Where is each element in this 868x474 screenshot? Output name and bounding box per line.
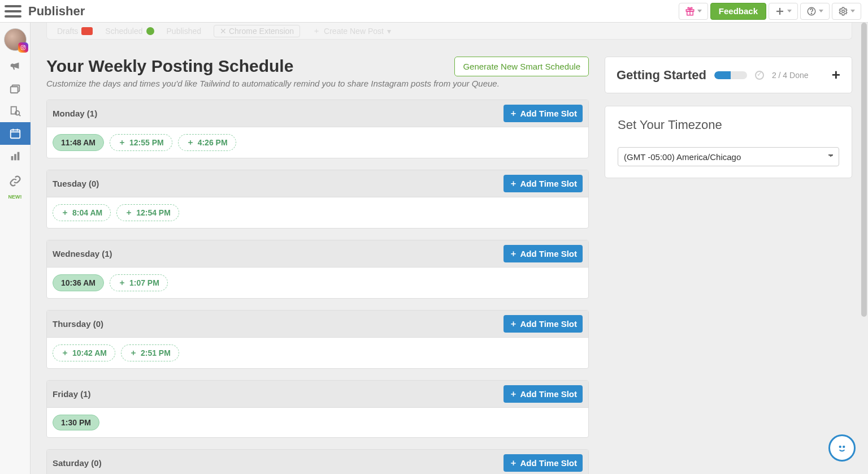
svg-point-10 — [24, 46, 24, 46]
time-slot-suggested[interactable]: ＋1:07 PM — [110, 274, 168, 291]
svg-rect-25 — [17, 152, 19, 160]
account-avatar[interactable] — [4, 28, 27, 51]
chevron-down-icon — [787, 10, 792, 12]
plus-icon: ＋ — [509, 458, 518, 468]
time-slot-time: 2:51 PM — [141, 348, 171, 357]
day-block: Thursday (0)＋Add Time Slot＋10:42 AM＋2:51… — [46, 310, 589, 369]
topbar-actions: Feedback — [679, 3, 861, 20]
plus-icon: ＋ — [129, 348, 137, 358]
day-block: Tuesday (0)＋Add Time Slot＋8:04 AM＋12:54 … — [46, 170, 589, 229]
progress-bar — [714, 71, 747, 79]
image-stack-icon — [9, 82, 21, 94]
time-slot-suggested[interactable]: ＋4:26 PM — [178, 134, 236, 151]
slot-row: 10:36 AM＋1:07 PM — [47, 268, 588, 298]
svg-point-9 — [22, 46, 24, 48]
day-title: Thursday (0) — [53, 319, 103, 329]
plus-icon: ＋ — [61, 208, 69, 218]
slot-row: ＋8:04 AM＋12:54 PM — [47, 197, 588, 228]
hamburger-menu[interactable] — [5, 3, 21, 20]
left-rail: NEW! — [0, 23, 31, 474]
content-scroll[interactable]: Drafts Scheduled Published ✕ Chrome Exte… — [31, 23, 868, 474]
help-chat-bubble[interactable] — [828, 434, 856, 462]
rail-publisher[interactable] — [0, 54, 31, 77]
time-slot-suggested[interactable]: ＋10:42 AM — [53, 344, 115, 361]
plus-icon: ＋ — [509, 389, 518, 399]
getting-started-count: 2 / 4 Done — [772, 71, 809, 80]
time-slot-suggested[interactable]: ＋12:55 PM — [110, 134, 172, 151]
tab-chrome-extension[interactable]: ✕ Chrome Extension — [214, 25, 300, 37]
day-block: Monday (1)＋Add Time Slot11:48 AM＋12:55 P… — [46, 100, 589, 158]
tab-drafts[interactable]: Drafts — [57, 27, 93, 36]
gift-button[interactable] — [679, 3, 708, 20]
day-title: Tuesday (0) — [53, 179, 99, 188]
time-slot-filled[interactable]: 11:48 AM — [53, 134, 104, 151]
chevron-down-icon — [819, 10, 823, 12]
topbar: Publisher Feedback — [0, 0, 868, 23]
day-block: Friday (1)＋Add Time Slot1:30 PM — [46, 380, 589, 438]
new-badge: NEW! — [8, 194, 22, 200]
add-time-slot-button[interactable]: ＋Add Time Slot — [504, 175, 583, 192]
getting-started-card[interactable]: Getting Started 2 / 4 Done + — [605, 57, 852, 93]
plus-icon — [775, 6, 785, 16]
svg-point-26 — [840, 446, 841, 447]
day-title: Saturday (0) — [53, 458, 102, 468]
slot-row: 1:30 PM — [47, 408, 588, 437]
plus-icon: ＋ — [186, 137, 194, 148]
getting-started-title: Getting Started — [617, 68, 706, 83]
add-time-slot-button[interactable]: ＋Add Time Slot — [504, 454, 583, 472]
scrollbar[interactable] — [861, 23, 867, 474]
rail-schedule[interactable] — [0, 122, 31, 145]
app-title: Publisher — [28, 4, 85, 19]
add-menu-button[interactable] — [769, 3, 798, 20]
day-title: Friday (1) — [53, 389, 91, 399]
tab-scheduled[interactable]: Scheduled — [105, 27, 154, 36]
time-slot-time: 12:55 PM — [129, 138, 164, 147]
rail-link[interactable]: NEW! — [0, 167, 31, 195]
bar-chart-icon — [9, 150, 21, 162]
rail-media[interactable] — [0, 77, 31, 100]
svg-rect-12 — [10, 87, 18, 93]
check-circle-icon — [755, 71, 764, 80]
generate-schedule-button[interactable]: Generate New Smart Schedule — [454, 57, 589, 76]
svg-rect-23 — [11, 156, 13, 160]
slot-row: 11:48 AM＋12:55 PM＋4:26 PM — [47, 127, 588, 158]
day-header: Friday (1)＋Add Time Slot — [47, 381, 588, 408]
plus-icon: ＋ — [509, 178, 518, 189]
plus-icon: ＋ — [118, 278, 126, 288]
expand-plus-icon[interactable]: + — [832, 66, 840, 84]
time-slot-time: 10:36 AM — [61, 278, 96, 287]
time-slot-time: 1:07 PM — [129, 278, 159, 287]
svg-point-27 — [843, 446, 844, 447]
plus-icon: ＋ — [509, 108, 518, 119]
help-icon — [806, 6, 817, 16]
time-slot-filled[interactable]: 10:36 AM — [53, 274, 104, 291]
gear-icon — [838, 6, 848, 16]
plus-icon: ＋ — [509, 248, 518, 259]
time-slot-suggested[interactable]: ＋12:54 PM — [116, 204, 179, 221]
tab-create-new-post[interactable]: ＋ Create New Post ▾ — [313, 26, 391, 36]
tab-published[interactable]: Published — [167, 27, 202, 36]
gift-icon — [685, 6, 695, 16]
timezone-title: Set Your Timezone — [618, 118, 839, 132]
rail-analytics[interactable] — [0, 145, 31, 167]
time-slot-suggested[interactable]: ＋8:04 AM — [53, 204, 111, 221]
add-time-slot-button[interactable]: ＋Add Time Slot — [504, 245, 583, 262]
feedback-button[interactable]: Feedback — [710, 3, 766, 20]
svg-point-7 — [842, 10, 845, 12]
add-time-slot-button[interactable]: ＋Add Time Slot — [504, 105, 583, 122]
calendar-icon — [9, 127, 21, 140]
add-time-slot-button[interactable]: ＋Add Time Slot — [504, 385, 583, 403]
time-slot-suggested[interactable]: ＋2:51 PM — [121, 344, 179, 361]
add-time-slot-button[interactable]: ＋Add Time Slot — [504, 315, 583, 333]
timezone-select[interactable]: (GMT -05:00) America/Chicago — [618, 147, 839, 166]
megaphone-icon — [9, 59, 21, 72]
slot-row: ＋10:42 AM＋2:51 PM — [47, 338, 588, 368]
time-slot-filled[interactable]: 1:30 PM — [53, 415, 99, 430]
link-icon — [9, 175, 21, 187]
page-heading: Your Weekly Posting Schedule — [46, 57, 293, 76]
side-column: Getting Started 2 / 4 Done + Set Your Ti… — [605, 57, 852, 191]
help-menu-button[interactable] — [800, 3, 830, 20]
svg-line-15 — [19, 114, 20, 116]
rail-search[interactable] — [0, 100, 31, 122]
settings-menu-button[interactable] — [832, 3, 861, 20]
